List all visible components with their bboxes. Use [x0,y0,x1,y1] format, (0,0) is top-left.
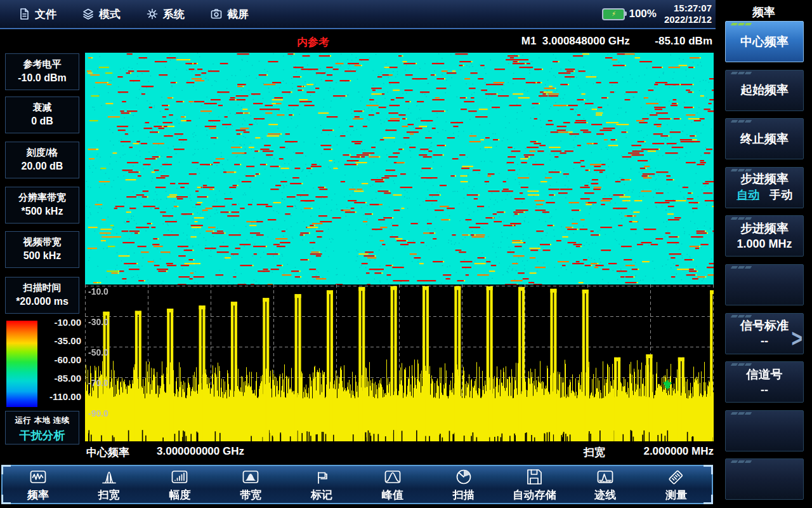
clock-date: 2022/12/12 [664,14,712,25]
toolbar-span-label: 扫宽 [98,488,120,502]
softkey-stop-frequency-label: 终止频率 [740,131,789,147]
menu-screenshot[interactable]: 截屏 [210,7,249,22]
menu-title: 频率 [716,4,812,20]
y-tick-label: -30.0 [88,317,108,327]
sweep-time-label: 扫描时间 [6,282,79,294]
battery-indicator: ⚡ 100% [602,8,656,20]
screenshot-icon [210,8,223,20]
clock-time: 15:27:07 [664,3,712,14]
softkey-channel-number-label: 信道号 [747,367,783,382]
softkey-blank-2[interactable] [725,410,804,451]
top-menu-items: 文件模式系统截屏 [18,0,249,28]
frequency-icon [29,467,48,486]
video-bandwidth-readout: 视频带宽500 kHz [5,231,79,268]
video-bandwidth-value: 500 kHz [6,250,79,262]
softkey-stop-frequency[interactable]: 终止频率 [725,118,804,159]
toolbar-measure-button[interactable]: 测量 [641,466,712,503]
spectrum-plot[interactable]: -10.0-30.0-50.0-70.0-90.0 1 [85,284,714,441]
colorbar-tick: -10.00 [54,317,81,328]
analysis-mode-label: 干扰分析 [6,428,79,443]
spectrogram-display[interactable] [85,53,714,284]
colorbar-tick: -35.00 [54,335,81,346]
softkey-corner-decoration [731,169,738,171]
y-tick-label: -90.0 [88,408,108,418]
chevron-right-icon: > [791,326,802,351]
menu-mode-label: 模式 [99,7,121,22]
marker-flag-icon [312,467,331,486]
softkey-corner-decoration [731,315,738,318]
softkey-blank-3[interactable] [725,458,804,500]
main-function-toolbar: 频率扫宽幅度带宽标记峰值扫描自动存储迹线测量 [1,465,713,504]
softkey-corner-decoration [731,72,738,74]
toolbar-corner-accent [704,465,713,474]
left-settings-panel: 参考电平-10.0 dBm衰减0 dB刻度/格20.00 dB分辨率带宽*500… [0,29,85,474]
marker-1-triangle-icon [663,382,672,401]
option-自动[interactable]: 自动 [737,187,759,203]
menu-system-label: 系统 [163,7,185,22]
scale-per-div-value: 20.00 dB [6,161,79,172]
battery-percent: 100% [629,8,656,20]
softkey-step-frequency-mode-options: 自动手动 [737,187,792,203]
softkey-blank-1[interactable] [725,264,804,305]
softkey-channel-number[interactable]: 信道号-- [725,361,804,403]
toolbar-auto-save-button[interactable]: 自动存储 [499,466,570,503]
softkey-start-frequency[interactable]: 起始频率 [725,70,804,111]
menu-system[interactable]: 系统 [146,7,185,22]
softkey-corner-decoration [731,460,738,463]
softkey-center-frequency-label: 中心频率 [740,34,789,50]
internal-reference-label: 内参考 [297,35,329,50]
y-tick-label: -50.0 [88,347,108,358]
toolbar-amplitude-button[interactable]: 幅度 [145,466,216,503]
colorbar-tick-labels: -10.00-35.00-60.00-85.00-110.00 [39,317,81,402]
option-手动[interactable]: 手动 [769,187,792,203]
softkey-channel-number-value: -- [761,382,768,398]
toolbar-measure-label: 测量 [665,488,687,502]
softkey-signal-standard-value: -- [761,333,768,349]
y-tick-label: -10.0 [88,286,108,297]
toolbar-marker-button[interactable]: 标记 [286,466,357,503]
run-status-box: 运行 本地 连续 干扰分析 [5,411,79,444]
softkey-step-frequency-mode-label: 步进频率 [740,171,789,187]
softkey-signal-standard[interactable]: 信号标准--> [725,313,804,354]
reference-level-readout: 参考电平-10.0 dBm [5,53,79,90]
menu-file[interactable]: 文件 [18,7,56,22]
toolbar-trace-label: 迹线 [594,488,616,502]
frequency-readout-row: 中心频率 3.000000000 GHz 扫宽 2.000000 MHz [85,441,714,464]
menu-file-label: 文件 [35,7,56,22]
colorbar-tick: -110.00 [49,391,81,402]
softkey-step-frequency-value[interactable]: 步进频率1.000 MHz [725,215,804,257]
toolbar-trace-button[interactable]: 迹线 [570,466,641,503]
resolution-bandwidth-value: *500 kHz [6,206,79,217]
mode-icon [82,8,95,20]
reference-level-label: 参考电平 [6,58,79,70]
marker-readout: M1 3.000848000 GHz -85.10 dBm [521,35,712,48]
trace-icon [596,467,615,486]
toolbar-peak-button[interactable]: 峰值 [357,466,428,503]
softkey-corner-decoration [731,120,738,123]
toolbar-frequency-button[interactable]: 频率 [3,466,74,503]
span-value: 2.000000 MHz [643,445,714,458]
toolbar-auto-save-label: 自动存储 [513,488,556,502]
status-bar: 内参考 M1 3.000848000 GHz -85.10 dBm [85,29,714,53]
toolbar-sweep-button[interactable]: 扫描 [428,466,499,503]
toolbar-corner-accent [1,465,11,474]
attenuation-label: 衰减 [6,102,79,114]
toolbar-marker-label: 标记 [311,488,332,502]
softkey-step-frequency-mode[interactable]: 步进频率自动手动 [725,167,804,208]
attenuation-value: 0 dB [6,116,79,127]
menu-mode[interactable]: 模式 [82,7,121,22]
marker-level: -85.10 dBm [655,35,712,47]
marker-1[interactable]: 1 [661,380,674,401]
softkey-corner-decoration [731,266,738,269]
scale-per-div-label: 刻度/格 [6,147,79,159]
y-tick-label: -70.0 [88,378,108,388]
measurement-display: -10.0-30.0-50.0-70.0-90.0 1 中心频率 3.00000… [85,53,714,464]
amplitude-icon [170,467,189,486]
softkey-step-frequency-value-label: 步进频率 [740,221,789,236]
spectrum-trace-display[interactable] [85,284,714,441]
toolbar-span-button[interactable]: 扫宽 [74,466,145,503]
colorbar-tick: -60.00 [54,354,81,365]
softkey-step-frequency-value-value: 1.000 MHz [737,236,792,251]
toolbar-bandwidth-button[interactable]: 带宽 [215,466,286,503]
softkey-center-frequency[interactable]: 中心频率 [725,21,804,62]
